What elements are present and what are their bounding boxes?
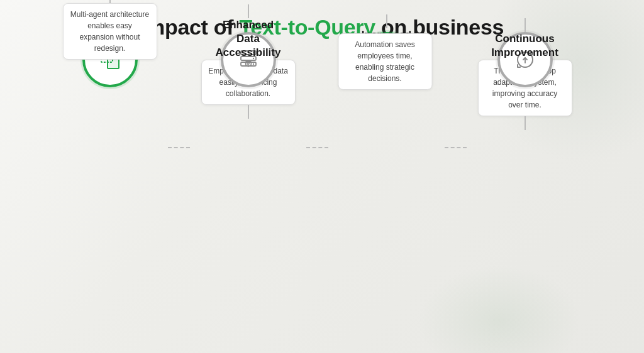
- connector-1: [168, 147, 190, 148]
- productivity-description: Automation saves employees time, enablin…: [338, 33, 432, 90]
- connector-2: [306, 147, 328, 148]
- page-title: Impact of Text-to-Query on business: [140, 15, 504, 40]
- diagram: Multi-agent architecture enables easy ex…: [39, 60, 605, 236]
- continuous-title: ContinuousImprovement: [475, 32, 575, 60]
- bottom-label-continuous: ContinuousImprovement: [475, 18, 575, 60]
- vline-top-2: [248, 105, 249, 119]
- bottom-label-scalability: Multi-agent architecture enables easy ex…: [63, 0, 157, 60]
- main-container: Impact of Text-to-Query on business: [0, 0, 644, 353]
- connector-3: [445, 147, 467, 148]
- vline-bottom-3: [386, 14, 387, 28]
- svg-point-8: [252, 63, 253, 65]
- enhanced-title: EnhancedDataAccessibility: [198, 18, 299, 60]
- productivity-description-wrap: Automation saves employees time, enablin…: [338, 33, 435, 90]
- scalability-description: Multi-agent architecture enables easy ex…: [63, 3, 157, 60]
- vline-bottom-4: [525, 18, 526, 32]
- vline-top-4: [525, 116, 526, 130]
- vline-bottom-2: [248, 4, 249, 18]
- bottom-label-enhanced: EnhancedDataAccessibility: [198, 4, 299, 60]
